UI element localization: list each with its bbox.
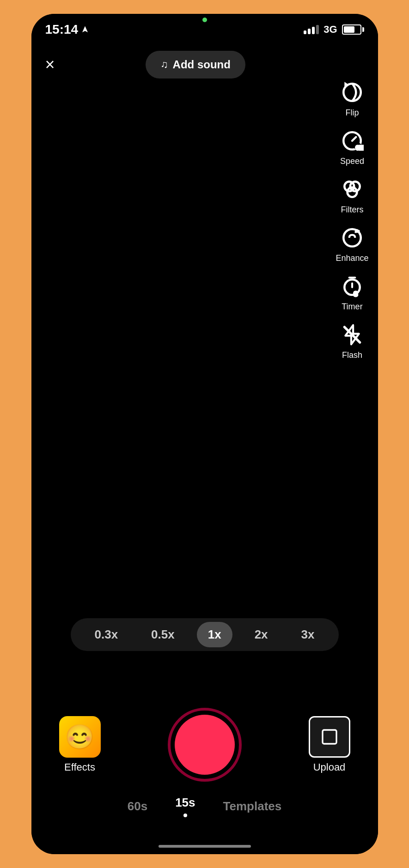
right-controls: Flip ON Speed Fi <box>336 78 368 360</box>
mode-tabs: 60s 15s Templates <box>31 796 378 817</box>
svg-text:3: 3 <box>354 291 357 297</box>
capture-row: 😊 Effects Upload <box>31 708 378 782</box>
signal-bars <box>304 25 319 34</box>
timer-label: Timer <box>342 302 362 312</box>
active-tab-dot <box>183 814 187 817</box>
tab-15s[interactable]: 15s <box>175 796 195 817</box>
enhance-control[interactable]: Enhance <box>336 224 368 263</box>
flash-icon <box>338 321 366 349</box>
tab-15s-label: 15s <box>175 796 195 810</box>
close-button[interactable]: × <box>45 56 55 73</box>
speed-control[interactable]: ON Speed <box>338 127 366 166</box>
location-icon <box>81 25 89 34</box>
flash-control[interactable]: Flash <box>338 321 366 360</box>
tab-templates[interactable]: Templates <box>223 799 282 814</box>
status-right: 3G <box>304 24 364 36</box>
flip-control[interactable]: Flip <box>338 78 366 118</box>
tab-templates-label: Templates <box>223 799 282 814</box>
effects-button[interactable]: 😊 Effects <box>59 716 101 773</box>
clock-display: 15:14 <box>45 22 79 37</box>
effects-icon: 😊 <box>59 716 101 758</box>
flip-label: Flip <box>345 108 359 118</box>
timer-icon: 3 <box>338 272 366 300</box>
effects-emoji: 😊 <box>65 723 95 751</box>
filters-label: Filters <box>341 205 363 215</box>
phone-frame: 15:14 3G × ♫ Add sound <box>31 14 378 854</box>
speed-option-05x[interactable]: 0.5x <box>140 622 186 647</box>
tab-60s[interactable]: 60s <box>128 799 147 814</box>
tab-60s-label: 60s <box>128 799 147 814</box>
flash-label: Flash <box>342 350 362 360</box>
upload-label: Upload <box>313 761 346 773</box>
speed-label: Speed <box>340 157 364 166</box>
record-button[interactable] <box>168 708 242 782</box>
top-controls: × ♫ Add sound <box>31 37 378 88</box>
speed-icon: ON <box>338 127 366 155</box>
upload-button[interactable]: Upload <box>309 716 350 773</box>
speed-selector: 0.3x 0.5x 1x 2x 3x <box>71 618 339 651</box>
enhance-icon <box>338 224 366 252</box>
status-bar: 15:14 3G <box>31 14 378 37</box>
upload-icon <box>309 716 350 758</box>
record-button-inner <box>175 715 235 775</box>
speed-option-3x[interactable]: 3x <box>290 622 326 647</box>
filters-control[interactable]: Filters <box>338 175 366 215</box>
speed-option-2x[interactable]: 2x <box>244 622 279 647</box>
status-time: 15:14 <box>45 22 90 37</box>
music-icon: ♫ <box>160 59 168 71</box>
effects-label: Effects <box>64 761 95 773</box>
speed-option-1x[interactable]: 1x <box>197 622 232 647</box>
bottom-area: 😊 Effects Upload 60s <box>31 708 378 826</box>
network-label: 3G <box>324 24 337 36</box>
timer-control[interactable]: 3 Timer <box>338 272 366 312</box>
filters-icon <box>338 175 366 203</box>
enhance-label: Enhance <box>336 253 368 263</box>
svg-text:ON: ON <box>356 145 363 151</box>
svg-rect-10 <box>323 730 336 744</box>
home-indicator <box>159 845 251 848</box>
flip-icon <box>338 78 366 106</box>
signal-dot <box>202 18 207 22</box>
add-sound-label: Add sound <box>173 58 231 71</box>
speed-option-03x[interactable]: 0.3x <box>84 622 129 647</box>
add-sound-button[interactable]: ♫ Add sound <box>146 51 245 78</box>
battery-indicator <box>342 24 364 35</box>
